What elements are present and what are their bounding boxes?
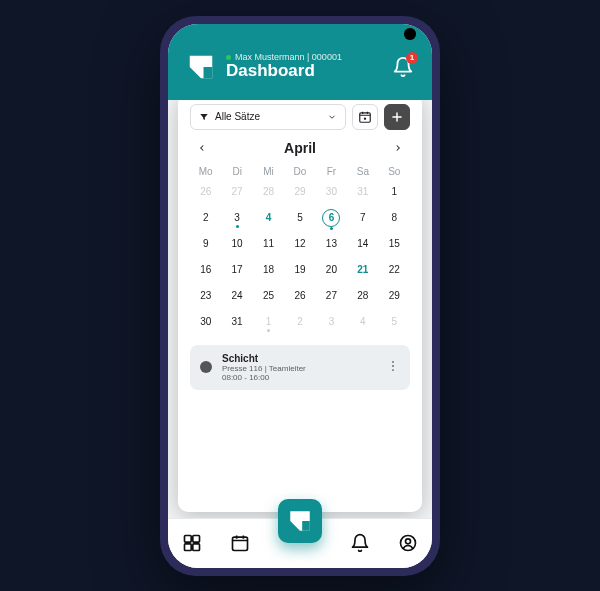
- calendar-day[interactable]: 9: [190, 233, 221, 255]
- svg-point-1: [364, 117, 366, 119]
- calendar-card: Alle Sätze April: [178, 100, 422, 512]
- calendar-day[interactable]: 16: [190, 259, 221, 281]
- calendar-day[interactable]: 31: [347, 181, 378, 203]
- event-subtitle: Presse 116 | Teamleiter: [222, 364, 306, 373]
- svg-point-11: [406, 539, 411, 544]
- svg-rect-7: [185, 544, 192, 551]
- plus-icon: [390, 110, 404, 124]
- calendar-dow: Do: [284, 166, 315, 177]
- calendar-dow: Fr: [316, 166, 347, 177]
- app-header: Max Mustermann | 000001 Dashboard 1: [168, 24, 432, 100]
- calendar-day[interactable]: 6: [316, 207, 347, 229]
- calendar-day[interactable]: 24: [221, 285, 252, 307]
- calendar-day[interactable]: 29: [284, 181, 315, 203]
- chevron-down-icon: [327, 112, 337, 122]
- calendar-day[interactable]: 15: [379, 233, 410, 255]
- calendar-day[interactable]: 1: [379, 181, 410, 203]
- svg-rect-0: [360, 112, 371, 121]
- calendar-day[interactable]: 5: [284, 207, 315, 229]
- bottom-nav: [168, 518, 432, 568]
- event-card[interactable]: Schicht Presse 116 | Teamleiter 08:00 - …: [190, 345, 410, 391]
- calendar-day[interactable]: 28: [347, 285, 378, 307]
- calendar-day[interactable]: 30: [190, 311, 221, 333]
- calendar-day[interactable]: 2: [190, 207, 221, 229]
- svg-point-4: [392, 369, 394, 371]
- nav-home-button[interactable]: [278, 499, 322, 543]
- event-title: Schicht: [222, 353, 306, 365]
- calendar-icon: [230, 533, 250, 553]
- logo-icon: [186, 52, 216, 82]
- next-month-button[interactable]: [388, 138, 408, 158]
- calendar-day[interactable]: 11: [253, 233, 284, 255]
- calendar-day[interactable]: 19: [284, 259, 315, 281]
- calendar-dow: Mo: [190, 166, 221, 177]
- event-indicator-dot: [267, 329, 270, 332]
- calendar-day[interactable]: 18: [253, 259, 284, 281]
- calendar-day[interactable]: 12: [284, 233, 315, 255]
- calendar-day[interactable]: 26: [284, 285, 315, 307]
- calendar-day[interactable]: 23: [190, 285, 221, 307]
- logo-small-icon: [287, 508, 313, 534]
- nav-dashboard[interactable]: [182, 533, 202, 553]
- prev-month-button[interactable]: [192, 138, 212, 158]
- app-logo[interactable]: [186, 52, 216, 82]
- user-block: Max Mustermann | 000001 Dashboard: [226, 53, 342, 80]
- calendar-grid: MoDiMiDoFrSaSo26272829303112345678910111…: [190, 166, 410, 333]
- notification-badge: 1: [406, 52, 418, 64]
- event-info: Schicht Presse 116 | Teamleiter 08:00 - …: [222, 353, 306, 383]
- calendar-day[interactable]: 20: [316, 259, 347, 281]
- svg-rect-5: [185, 536, 192, 543]
- calendar-day[interactable]: 13: [316, 233, 347, 255]
- toolbar: Alle Sätze: [190, 104, 410, 130]
- calendar-day[interactable]: 28: [253, 181, 284, 203]
- today-button[interactable]: [352, 104, 378, 130]
- user-line: Max Mustermann | 000001: [226, 53, 342, 62]
- calendar-today-icon: [358, 110, 372, 124]
- calendar-day[interactable]: 22: [379, 259, 410, 281]
- event-indicator-dot: [330, 227, 333, 230]
- calendar-day[interactable]: 25: [253, 285, 284, 307]
- nav-alerts[interactable]: [350, 533, 370, 553]
- calendar-day[interactable]: 27: [316, 285, 347, 307]
- add-button[interactable]: [384, 104, 410, 130]
- calendar-day[interactable]: 5: [379, 311, 410, 333]
- app-screen: Max Mustermann | 000001 Dashboard 1: [168, 24, 432, 568]
- event-color-dot: [200, 361, 212, 373]
- svg-rect-6: [193, 536, 200, 543]
- user-name-id: Max Mustermann | 000001: [235, 53, 342, 62]
- calendar-day[interactable]: 7: [347, 207, 378, 229]
- event-more-button[interactable]: [386, 359, 400, 376]
- calendar-day[interactable]: 26: [190, 181, 221, 203]
- calendar-day[interactable]: 30: [316, 181, 347, 203]
- month-title: April: [284, 140, 316, 156]
- calendar-day[interactable]: 14: [347, 233, 378, 255]
- filter-icon: [199, 112, 209, 122]
- calendar-day[interactable]: 1: [253, 311, 284, 333]
- filter-label: Alle Sätze: [215, 111, 260, 122]
- grid-icon: [182, 533, 202, 553]
- svg-point-2: [392, 361, 394, 363]
- calendar-dow: Di: [221, 166, 252, 177]
- calendar-day[interactable]: 8: [379, 207, 410, 229]
- event-time: 08:00 - 16:00: [222, 373, 306, 382]
- calendar-dow: Mi: [253, 166, 284, 177]
- calendar-day[interactable]: 17: [221, 259, 252, 281]
- page-title: Dashboard: [226, 62, 342, 80]
- calendar-day[interactable]: 10: [221, 233, 252, 255]
- chevron-right-icon: [393, 143, 403, 153]
- calendar-day[interactable]: 3: [221, 207, 252, 229]
- calendar-day[interactable]: 4: [253, 207, 284, 229]
- nav-calendar[interactable]: [230, 533, 250, 553]
- filter-dropdown[interactable]: Alle Sätze: [190, 104, 346, 130]
- svg-rect-8: [193, 544, 200, 551]
- calendar-day[interactable]: 4: [347, 311, 378, 333]
- calendar-day[interactable]: 29: [379, 285, 410, 307]
- month-nav: April: [190, 138, 410, 158]
- calendar-day[interactable]: 31: [221, 311, 252, 333]
- calendar-day[interactable]: 21: [347, 259, 378, 281]
- notifications-button[interactable]: 1: [392, 56, 414, 78]
- calendar-day[interactable]: 2: [284, 311, 315, 333]
- calendar-day[interactable]: 27: [221, 181, 252, 203]
- nav-profile[interactable]: [398, 533, 418, 553]
- calendar-day[interactable]: 3: [316, 311, 347, 333]
